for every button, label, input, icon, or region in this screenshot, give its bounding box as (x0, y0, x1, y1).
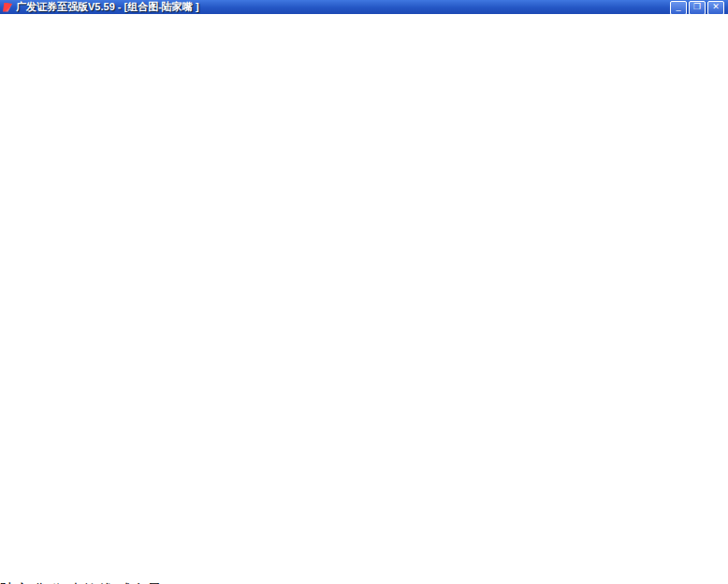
close-button[interactable]: ✕ (707, 1, 724, 15)
restore-button[interactable]: ❐ (689, 1, 706, 15)
minimize-button[interactable]: _ (670, 1, 687, 15)
title-bar[interactable]: 广发证券至强版V5.59 - [组合图-陆家嘴 ] _ ❐ ✕ (0, 0, 728, 14)
intraday-chart[interactable] (0, 0, 604, 577)
app-window: 陆家嘴 分时 均线 成交量 09 年 1 月 12 日 在这一招上我们可以看看近… (0, 0, 728, 584)
app-logo-icon (3, 3, 12, 12)
window-title: 广发证券至强版V5.59 - [组合图-陆家嘴 ] (16, 0, 199, 14)
